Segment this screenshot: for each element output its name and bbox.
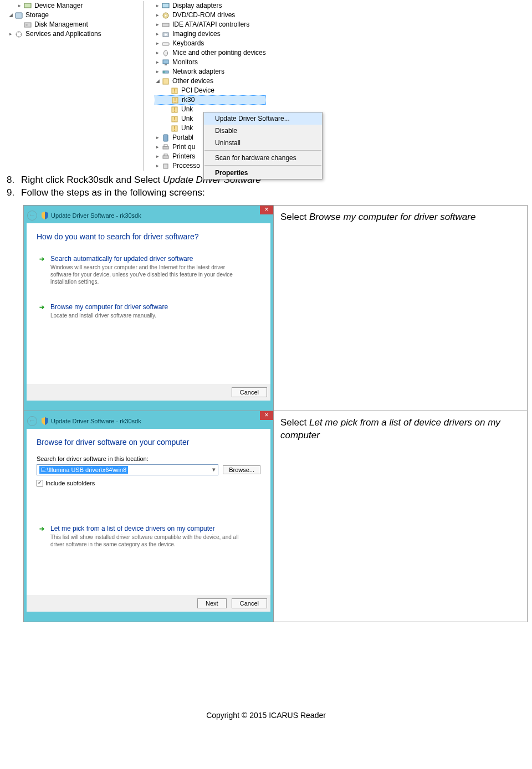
dm-right-pane: ▸Display adapters▸DVD/CD-ROM drives▸IDE …	[143, 1, 266, 171]
display-icon	[161, 2, 170, 11]
tree-item-label: Device Manager	[34, 1, 83, 11]
close-button[interactable]: ×	[260, 206, 273, 214]
step-number-8: 8.	[7, 174, 21, 187]
mouse-icon	[161, 49, 170, 58]
shield-icon	[40, 417, 47, 423]
option-pick-from-list[interactable]: ➔ Let me pick from a list of device driv…	[37, 520, 260, 554]
expander-icon[interactable]: ▸	[155, 152, 160, 161]
tree-item[interactable]: ▸Monitors	[155, 58, 266, 67]
expander-icon[interactable]: ▸	[8, 29, 13, 39]
menu-separator	[204, 150, 321, 151]
tree-item[interactable]: ▸Services and Applications	[8, 29, 143, 39]
tree-item-label: Unk	[181, 124, 193, 133]
option-title: Browse my computer for driver software	[50, 303, 254, 311]
include-subfolders-label: Include subfolders	[45, 480, 95, 486]
tree-item[interactable]: ▸Mice and other pointing devices	[155, 48, 266, 58]
svg-rect-5	[162, 3, 169, 8]
cancel-button[interactable]: Cancel	[232, 387, 267, 397]
option-search-auto[interactable]: ➔ Search automatically for updated drive…	[37, 250, 260, 291]
svg-text:!: !	[174, 88, 176, 94]
expander-icon[interactable]: ▸	[155, 48, 160, 58]
tree-item[interactable]: ▸IDE ATA/ATAPI controllers	[155, 20, 266, 29]
tree-item[interactable]: ▸Network adapters	[155, 67, 266, 76]
storage-icon	[14, 11, 23, 20]
tree-item[interactable]: ▸!rk30	[155, 95, 266, 105]
menu-item[interactable]: Disable	[204, 125, 322, 137]
svg-rect-30	[164, 145, 167, 146]
expander-icon[interactable]: ▸	[155, 133, 160, 142]
services-icon	[14, 30, 23, 39]
network-icon	[161, 68, 170, 76]
menu-item[interactable]: Update Driver Software...	[204, 112, 322, 125]
tree-item[interactable]: ▸Display adapters	[155, 1, 266, 11]
printer-icon	[161, 143, 170, 152]
warn-icon: !	[170, 115, 179, 124]
monitor-card-icon	[23, 2, 32, 11]
path-input[interactable]: E:\Illumina USB driver\x64\win8 ▾	[37, 464, 218, 475]
next-button[interactable]: Next	[197, 598, 227, 608]
tree-item[interactable]: ◢Other devices	[155, 76, 266, 86]
tree-item-label: Services and Applications	[25, 29, 101, 39]
tree-item[interactable]: ▸!PCI Device	[155, 86, 266, 95]
step-number-9: 9.	[7, 187, 21, 199]
expander-icon[interactable]: ▸	[155, 67, 160, 76]
device-manager-screenshot: ▸Device Manager◢Storage▸Disk Management▸…	[0, 0, 532, 171]
expander-icon[interactable]: ▸	[155, 11, 160, 20]
menu-item[interactable]: Scan for hardware changes	[204, 152, 322, 164]
tree-item[interactable]: ▸DVD/CD-ROM drives	[155, 11, 266, 20]
tree-item[interactable]: ▸Keyboards	[155, 39, 266, 48]
tree-item[interactable]: ◢Storage	[8, 11, 143, 20]
back-button[interactable]: ←	[27, 416, 37, 426]
close-button[interactable]: ×	[260, 411, 273, 420]
path-value: E:\Illumina USB driver\x64\win8	[39, 466, 128, 474]
menu-item[interactable]: Properties	[204, 167, 322, 179]
include-subfolders-checkbox[interactable]: ✓	[37, 480, 43, 486]
tree-item-label: Processo	[172, 161, 200, 171]
expander-icon[interactable]: ▸	[155, 1, 160, 11]
expander-icon[interactable]: ▸	[17, 1, 22, 11]
menu-item[interactable]: Uninstall	[204, 137, 322, 149]
svg-text:!: !	[175, 98, 176, 104]
expander-icon[interactable]: ◢	[8, 11, 13, 20]
svg-rect-28	[163, 135, 168, 141]
monitor-icon	[161, 58, 170, 67]
option-browse[interactable]: ➔ Browse my computer for driver software…	[37, 298, 260, 325]
expander-icon[interactable]: ▸	[155, 142, 160, 152]
portable-icon	[161, 134, 170, 142]
ide-icon	[161, 20, 170, 29]
dropdown-icon[interactable]: ▾	[212, 466, 216, 473]
expander-icon[interactable]: ▸	[155, 39, 160, 48]
warn-icon: !	[170, 105, 179, 114]
tree-item[interactable]: ▸Device Manager	[8, 1, 143, 11]
warn-icon: !	[171, 96, 180, 105]
expander-icon[interactable]: ◢	[155, 76, 160, 86]
tree-item-label: Portabl	[172, 133, 193, 142]
option-desc: Windows will search your computer and th…	[50, 264, 244, 285]
svg-rect-13	[163, 60, 168, 64]
expander-icon[interactable]: ▸	[155, 161, 160, 171]
expander-icon[interactable]: ▸	[155, 20, 160, 29]
svg-rect-31	[163, 156, 168, 158]
warn-icon: !	[170, 86, 179, 95]
svg-rect-8	[162, 23, 169, 27]
tree-item[interactable]: ▸Disk Management	[8, 20, 143, 29]
dm-left-pane: ▸Device Manager◢Storage▸Disk Management▸…	[0, 1, 143, 171]
dvd-icon	[161, 11, 170, 20]
wizard-window-2: × ← Update Driver Software - rk30sdk Bro…	[24, 411, 273, 622]
caption-1: Select Browse my computer for driver sof…	[280, 212, 475, 222]
arrow-icon: ➔	[39, 304, 44, 311]
expander-icon[interactable]: ▸	[155, 58, 160, 67]
svg-text:!: !	[174, 126, 176, 132]
tree-item-label: Other devices	[172, 76, 213, 86]
step-9-text: Follow the steps as in the following scr…	[21, 187, 205, 199]
expander-icon[interactable]: ▸	[155, 29, 160, 39]
tree-item[interactable]: ▸Imaging devices	[155, 29, 266, 39]
cancel-button[interactable]: Cancel	[232, 598, 267, 608]
page-footer: Copyright © 2015 ICARUS Reader	[0, 711, 532, 725]
svg-point-7	[165, 14, 167, 16]
wizard-heading: How do you want to search for driver sof…	[37, 232, 260, 241]
tree-item-label: PCI Device	[181, 86, 214, 95]
back-button[interactable]: ←	[27, 211, 37, 221]
tree-item-label: IDE ATA/ATAPI controllers	[172, 20, 249, 29]
browse-button[interactable]: Browse...	[223, 465, 260, 474]
